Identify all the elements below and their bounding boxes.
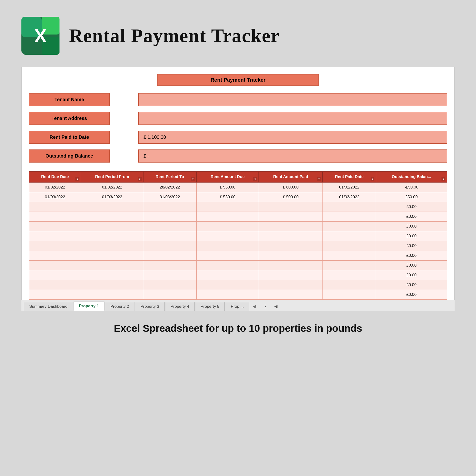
table-cell[interactable]: 01/03/2022: [323, 192, 376, 202]
sheet-tab-property-3[interactable]: Property 3: [135, 302, 165, 311]
table-cell[interactable]: [197, 231, 259, 241]
table-cell[interactable]: [323, 270, 376, 280]
table-cell[interactable]: £0.00: [376, 290, 447, 300]
table-cell[interactable]: [143, 212, 197, 221]
table-cell[interactable]: [197, 251, 259, 261]
dropdown-arrow-7[interactable]: ▼: [442, 177, 445, 181]
table-cell[interactable]: [259, 241, 323, 251]
table-cell[interactable]: [81, 241, 143, 251]
table-cell[interactable]: [81, 212, 143, 221]
table-cell[interactable]: £0.00: [376, 270, 447, 280]
table-cell[interactable]: [81, 231, 143, 241]
dropdown-arrow-4[interactable]: ▼: [253, 177, 257, 181]
dropdown-arrow-5[interactable]: ▼: [317, 177, 321, 181]
sheet-tab-prop-...[interactable]: Prop ...: [225, 302, 249, 311]
table-cell[interactable]: [81, 270, 143, 280]
sheet-tab-summary-dashboard[interactable]: Summary Dashboard: [24, 302, 73, 311]
table-cell[interactable]: [81, 261, 143, 270]
table-cell[interactable]: [29, 202, 81, 212]
sheet-tab-property-5[interactable]: Property 5: [195, 302, 225, 311]
table-cell[interactable]: [259, 261, 323, 270]
table-cell[interactable]: [259, 251, 323, 261]
table-cell[interactable]: [323, 280, 376, 290]
sheet-tab-property-2[interactable]: Property 2: [105, 302, 135, 311]
table-cell[interactable]: [143, 202, 197, 212]
col-outstanding-balance[interactable]: Outstanding Balan... ▼: [376, 171, 447, 182]
table-cell[interactable]: 31/03/2022: [143, 192, 197, 202]
tenant-name-value[interactable]: [138, 93, 447, 106]
table-cell[interactable]: 01/03/2022: [29, 192, 81, 202]
table-cell[interactable]: [143, 280, 197, 290]
table-cell[interactable]: £0.00: [376, 261, 447, 270]
table-cell[interactable]: [259, 290, 323, 300]
table-cell[interactable]: [29, 221, 81, 231]
table-cell[interactable]: [197, 290, 259, 300]
table-cell[interactable]: £50.00: [376, 192, 447, 202]
nav-left-button[interactable]: ◀: [271, 302, 281, 311]
table-cell[interactable]: [259, 231, 323, 241]
table-cell[interactable]: [323, 251, 376, 261]
table-cell[interactable]: [143, 261, 197, 270]
table-cell[interactable]: [259, 212, 323, 221]
table-cell[interactable]: [29, 241, 81, 251]
table-cell[interactable]: [259, 280, 323, 290]
col-rent-amount-due[interactable]: Rent Amount Due ▼: [197, 171, 259, 182]
table-cell[interactable]: [81, 280, 143, 290]
table-cell[interactable]: [197, 270, 259, 280]
dropdown-arrow-2[interactable]: ▼: [138, 177, 142, 181]
table-cell[interactable]: [81, 221, 143, 231]
table-cell[interactable]: [143, 270, 197, 280]
table-cell[interactable]: [197, 202, 259, 212]
table-cell[interactable]: [143, 241, 197, 251]
table-cell[interactable]: [29, 261, 81, 270]
table-cell[interactable]: [323, 261, 376, 270]
table-cell[interactable]: [29, 251, 81, 261]
table-cell[interactable]: [143, 251, 197, 261]
table-cell[interactable]: 01/03/2022: [81, 192, 143, 202]
col-rent-due-date[interactable]: Rent Due Date ▼: [29, 171, 81, 182]
more-sheets-button[interactable]: ⋮: [260, 302, 271, 311]
table-cell[interactable]: [197, 241, 259, 251]
table-cell[interactable]: [197, 261, 259, 270]
tenant-address-value[interactable]: [138, 112, 447, 125]
table-cell[interactable]: [29, 290, 81, 300]
add-sheet-button[interactable]: ⊕: [250, 302, 260, 311]
table-cell[interactable]: [143, 290, 197, 300]
table-cell[interactable]: [197, 280, 259, 290]
table-cell[interactable]: £ 550.00: [197, 192, 259, 202]
table-cell[interactable]: £0.00: [376, 221, 447, 231]
table-cell[interactable]: 28/02/2022: [143, 182, 197, 192]
table-cell[interactable]: [323, 202, 376, 212]
col-rent-amount-paid[interactable]: Rent Amount Paid ▼: [259, 171, 323, 182]
table-cell[interactable]: [197, 221, 259, 231]
table-cell[interactable]: 01/02/2022: [323, 182, 376, 192]
table-cell[interactable]: £ 500.00: [259, 192, 323, 202]
dropdown-arrow-3[interactable]: ▼: [191, 177, 195, 181]
table-cell[interactable]: [323, 212, 376, 221]
col-rent-period-from[interactable]: Rent Period From ▼: [81, 171, 143, 182]
table-cell[interactable]: -£50.00: [376, 182, 447, 192]
table-cell[interactable]: £0.00: [376, 212, 447, 221]
table-cell[interactable]: [81, 251, 143, 261]
table-cell[interactable]: £0.00: [376, 251, 447, 261]
table-cell[interactable]: £ 550.00: [197, 182, 259, 192]
table-cell[interactable]: [143, 231, 197, 241]
table-cell[interactable]: [29, 270, 81, 280]
table-cell[interactable]: [323, 290, 376, 300]
col-rent-paid-date[interactable]: Rent Paid Date ▼: [323, 171, 376, 182]
table-cell[interactable]: [81, 202, 143, 212]
table-cell[interactable]: 01/02/2022: [29, 182, 81, 192]
table-cell[interactable]: [29, 280, 81, 290]
table-cell[interactable]: £0.00: [376, 202, 447, 212]
table-cell[interactable]: [29, 231, 81, 241]
col-rent-period-to[interactable]: Rent Period To ▼: [143, 171, 197, 182]
table-cell[interactable]: £ 600.00: [259, 182, 323, 192]
table-cell[interactable]: [323, 231, 376, 241]
table-cell[interactable]: [259, 202, 323, 212]
dropdown-arrow-6[interactable]: ▼: [371, 177, 374, 181]
sheet-tab-property-4[interactable]: Property 4: [165, 302, 195, 311]
table-cell[interactable]: [323, 221, 376, 231]
table-cell[interactable]: [323, 241, 376, 251]
table-cell[interactable]: [259, 221, 323, 231]
table-cell[interactable]: £0.00: [376, 241, 447, 251]
